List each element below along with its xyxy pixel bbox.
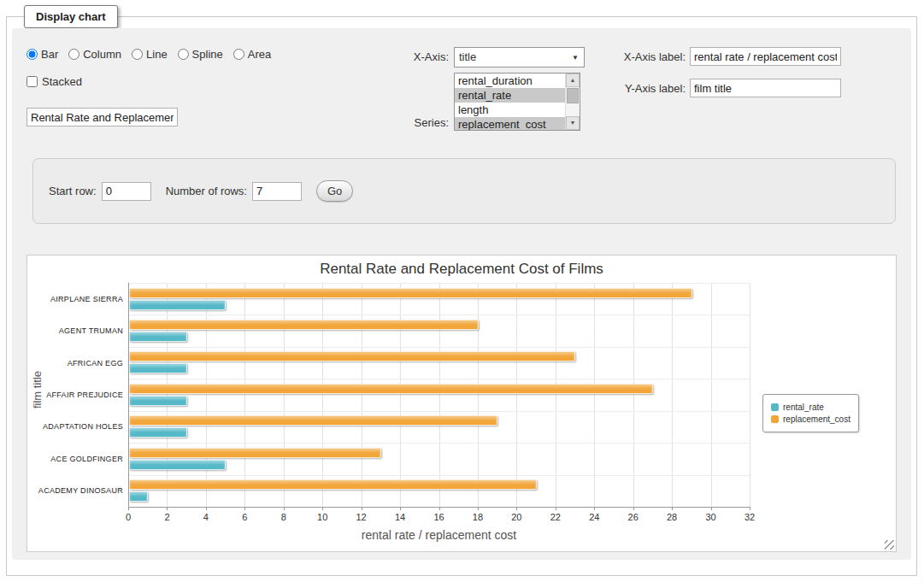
x-tick-mark bbox=[322, 507, 323, 510]
series-option-rental_duration[interactable]: rental_duration bbox=[455, 73, 565, 88]
series-option-rental_rate[interactable]: rental_rate bbox=[455, 88, 565, 103]
gridline-vertical bbox=[672, 283, 673, 507]
category-label: ACE GOLDFINGER bbox=[29, 455, 123, 463]
chart-type-radio-bar[interactable] bbox=[26, 49, 38, 60]
chart-type-line[interactable]: Line bbox=[132, 48, 168, 61]
chart-type-radio-line[interactable] bbox=[132, 49, 143, 60]
bar-rental_rate[interactable] bbox=[129, 300, 226, 310]
chart-title-input[interactable] bbox=[26, 108, 178, 126]
gridline-horizontal bbox=[128, 443, 750, 444]
gridline-vertical bbox=[516, 283, 517, 507]
legend-items: rental_ratereplacement_cost bbox=[771, 403, 850, 424]
bar-replacement_cost[interactable] bbox=[129, 351, 575, 362]
legend-item-replacement_cost[interactable]: replacement_cost bbox=[771, 414, 850, 424]
x-axis-label-label: X-Axis label: bbox=[610, 48, 686, 67]
chart-type-radio-area[interactable] bbox=[233, 49, 244, 60]
chart-type-radio-spline[interactable] bbox=[178, 49, 189, 60]
x-tick-label: 30 bbox=[698, 512, 724, 522]
category-label: ADAPTATION HOLES bbox=[29, 422, 123, 431]
number-of-rows-input[interactable] bbox=[252, 182, 302, 201]
x-tick-label: 16 bbox=[427, 512, 452, 522]
series-option-length[interactable]: length bbox=[455, 103, 565, 117]
dropdown-arrow-icon: ▼ bbox=[572, 48, 579, 68]
scroll-up-icon[interactable]: ▲ bbox=[566, 73, 580, 87]
chart-type-column[interactable]: Column bbox=[68, 48, 121, 61]
gridline-vertical bbox=[284, 283, 285, 507]
gridline-horizontal bbox=[128, 347, 750, 348]
gridline-vertical bbox=[400, 283, 401, 507]
series-listbox[interactable]: rental_durationrental_ratelengthreplacem… bbox=[454, 73, 580, 131]
bar-rental_rate[interactable] bbox=[129, 363, 187, 373]
start-row-input[interactable] bbox=[102, 182, 151, 201]
x-axis-select[interactable]: title ▼ bbox=[454, 47, 585, 68]
bar-replacement_cost[interactable] bbox=[129, 288, 692, 298]
chart-type-label: Column bbox=[83, 48, 121, 61]
gridline-vertical bbox=[439, 283, 440, 507]
y-axis-label-input[interactable] bbox=[690, 79, 841, 97]
category-label: ACADEMY DINOSAUR bbox=[29, 486, 123, 495]
x-tick-mark bbox=[750, 507, 750, 510]
gridline-horizontal bbox=[128, 475, 750, 476]
x-tick-mark bbox=[244, 507, 245, 510]
x-tick-mark bbox=[556, 507, 556, 510]
x-tick-label: 14 bbox=[387, 512, 413, 522]
x-axis-label-input[interactable] bbox=[690, 47, 841, 66]
x-tick-mark bbox=[206, 507, 207, 510]
x-tick-label: 18 bbox=[465, 512, 491, 522]
gridline-vertical bbox=[594, 283, 595, 507]
scroll-down-icon[interactable]: ▼ bbox=[566, 116, 580, 130]
legend-label: replacement_cost bbox=[783, 414, 850, 424]
gridline-vertical bbox=[633, 283, 634, 507]
bar-replacement_cost[interactable] bbox=[129, 479, 537, 490]
bar-replacement_cost[interactable] bbox=[129, 448, 381, 458]
bar-rental_rate[interactable] bbox=[129, 332, 187, 342]
x-tick-mark bbox=[478, 507, 479, 510]
x-axis-select-label: X-Axis: bbox=[380, 48, 449, 67]
gridline-horizontal bbox=[128, 283, 750, 284]
x-tick-mark bbox=[439, 507, 440, 510]
stacked-checkbox[interactable] bbox=[26, 76, 38, 87]
gridline-vertical bbox=[244, 283, 245, 507]
scrollbar-thumb[interactable] bbox=[567, 88, 579, 103]
chart-type-label: Line bbox=[146, 48, 168, 61]
x-tick-mark bbox=[711, 507, 712, 510]
series-scrollbar[interactable]: ▲ ▼ bbox=[565, 73, 580, 130]
gridline-horizontal bbox=[128, 411, 750, 412]
gridline-vertical bbox=[556, 283, 556, 507]
plot-area bbox=[128, 283, 750, 507]
x-tick-label: 20 bbox=[503, 512, 529, 522]
bar-replacement_cost[interactable] bbox=[129, 384, 653, 394]
go-button[interactable]: Go bbox=[316, 180, 353, 202]
gridline-vertical bbox=[711, 283, 712, 507]
x-tick-label: 22 bbox=[543, 512, 568, 522]
resize-handle-icon[interactable] bbox=[885, 540, 894, 550]
legend-item-rental_rate[interactable]: rental_rate bbox=[771, 403, 850, 412]
chart-type-label: Spline bbox=[192, 48, 223, 61]
chart-type-bar[interactable]: Bar bbox=[26, 48, 58, 61]
x-tick-label: 24 bbox=[581, 512, 607, 522]
x-tick-mark bbox=[362, 507, 362, 510]
stacked-label: Stacked bbox=[42, 75, 82, 88]
chart-legend: rental_ratereplacement_cost bbox=[762, 394, 859, 432]
bar-rental_rate[interactable] bbox=[129, 491, 148, 502]
gridline-horizontal bbox=[128, 379, 750, 379]
bar-rental_rate[interactable] bbox=[129, 396, 187, 406]
chart-type-spline[interactable]: Spline bbox=[178, 48, 223, 61]
stacked-option[interactable]: Stacked bbox=[26, 75, 82, 88]
x-tick-label: 8 bbox=[271, 512, 297, 522]
chart-type-label: Area bbox=[248, 48, 271, 61]
gridline-vertical bbox=[750, 283, 750, 507]
series-option-replacement_cost[interactable]: replacement_cost bbox=[455, 117, 565, 131]
row-controls-panel: Start row: Number of rows: Go bbox=[32, 158, 896, 224]
bar-rental_rate[interactable] bbox=[129, 460, 226, 470]
x-tick-mark bbox=[594, 507, 595, 510]
bar-replacement_cost[interactable] bbox=[129, 320, 479, 330]
chart-type-area[interactable]: Area bbox=[233, 48, 271, 61]
start-row-label: Start row: bbox=[49, 185, 97, 197]
bar-replacement_cost[interactable] bbox=[129, 415, 497, 426]
x-tick-label: 10 bbox=[309, 512, 335, 522]
category-label: AIRPLANE SIERRA bbox=[29, 295, 123, 303]
chart-type-radio-column[interactable] bbox=[68, 49, 79, 60]
x-tick-label: 6 bbox=[232, 512, 257, 522]
bar-rental_rate[interactable] bbox=[129, 427, 187, 438]
